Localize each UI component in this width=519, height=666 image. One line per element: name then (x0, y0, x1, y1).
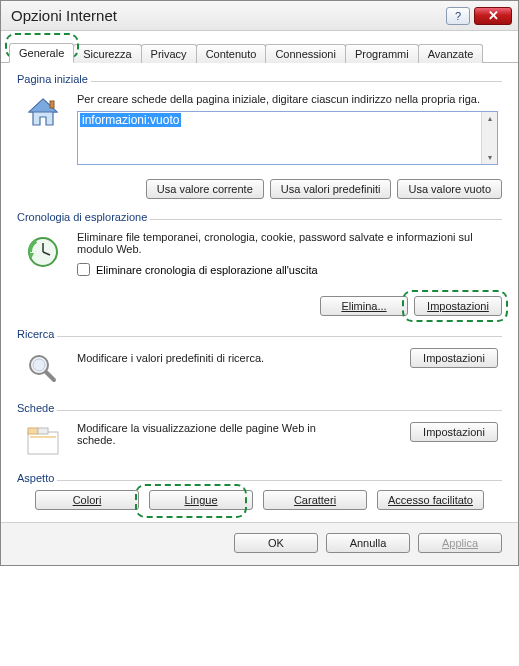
svg-line-9 (46, 372, 54, 380)
titlebar: Opzioni Internet ? ✕ (1, 1, 518, 31)
delete-on-exit-label: Eliminare cronologia di esplorazione all… (96, 264, 318, 276)
group-appearance: Aspetto Colori Lingue Caratteri Accesso … (17, 472, 502, 510)
fonts-button[interactable]: Caratteri (263, 490, 367, 510)
homepage-instruction: Per creare schede della pagina iniziale,… (77, 93, 498, 105)
home-icon (21, 93, 65, 133)
svg-rect-2 (50, 101, 54, 108)
tab-strip: Generale Sicurezza Privacy Contenuto Con… (1, 31, 518, 63)
delete-on-exit-checkbox[interactable] (77, 263, 90, 276)
homepage-textarea[interactable]: informazioni:vuoto ▴ ▾ (77, 111, 498, 165)
clock-icon (21, 231, 65, 271)
svg-point-8 (33, 359, 45, 371)
close-button[interactable]: ✕ (474, 7, 512, 25)
use-default-button[interactable]: Usa valori predefiniti (270, 179, 392, 199)
group-homepage-legend: Pagina iniziale (17, 73, 91, 85)
internet-options-dialog: Opzioni Internet ? ✕ Generale Sicurezza … (0, 0, 519, 566)
group-search: Ricerca Modificare i valori predefiniti … (17, 328, 502, 394)
history-instruction: Eliminare file temporanei, cronologia, c… (77, 231, 498, 255)
scroll-down-icon[interactable]: ▾ (488, 151, 492, 164)
tabs-instruction: Modificare la visualizzazione delle pagi… (77, 422, 337, 446)
tabs-icon (21, 422, 65, 458)
group-homepage: Pagina iniziale Per creare schede della … (17, 73, 502, 199)
tab-programs[interactable]: Programmi (345, 44, 419, 63)
svg-rect-13 (30, 436, 56, 438)
group-tabs-legend: Schede (17, 402, 57, 414)
tab-privacy[interactable]: Privacy (141, 44, 197, 63)
group-tabs: Schede Modificare la visualizzazione del… (17, 402, 502, 464)
tabs-settings-button[interactable]: Impostazioni (410, 422, 498, 442)
group-appearance-legend: Aspetto (17, 472, 57, 484)
ok-button[interactable]: OK (234, 533, 318, 553)
use-blank-button[interactable]: Usa valore vuoto (397, 179, 502, 199)
window-title: Opzioni Internet (11, 7, 442, 24)
tab-general[interactable]: Generale (9, 43, 74, 63)
search-settings-button[interactable]: Impostazioni (410, 348, 498, 368)
svg-rect-12 (38, 428, 48, 434)
homepage-value: informazioni:vuoto (80, 113, 181, 127)
dialog-footer: OK Annulla Applica (1, 522, 518, 565)
tab-advanced[interactable]: Avanzate (418, 44, 484, 63)
magnifier-icon (21, 348, 65, 388)
colors-button[interactable]: Colori (35, 490, 139, 510)
languages-button[interactable]: Lingue (149, 490, 253, 510)
cancel-button[interactable]: Annulla (326, 533, 410, 553)
svg-rect-11 (28, 428, 38, 434)
svg-rect-10 (28, 432, 58, 454)
group-history-legend: Cronologia di esplorazione (17, 211, 150, 223)
delete-on-exit-row[interactable]: Eliminare cronologia di esplorazione all… (77, 263, 498, 276)
history-settings-button[interactable]: Impostazioni (414, 296, 502, 316)
use-current-button[interactable]: Usa valore corrente (146, 179, 264, 199)
group-history: Cronologia di esplorazione Eliminare fil… (17, 211, 502, 316)
search-instruction: Modificare i valori predefiniti di ricer… (77, 352, 264, 364)
accessibility-button[interactable]: Accesso facilitato (377, 490, 484, 510)
apply-button: Applica (418, 533, 502, 553)
scroll-up-icon[interactable]: ▴ (488, 112, 492, 125)
history-delete-button[interactable]: Elimina... (320, 296, 408, 316)
scrollbar[interactable]: ▴ ▾ (481, 112, 497, 164)
group-search-legend: Ricerca (17, 328, 57, 340)
tab-security[interactable]: Sicurezza (73, 44, 141, 63)
help-button[interactable]: ? (446, 7, 470, 25)
tab-content[interactable]: Contenuto (196, 44, 267, 63)
tab-panel-general: Pagina iniziale Per creare schede della … (1, 63, 518, 522)
tab-connections[interactable]: Connessioni (265, 44, 346, 63)
